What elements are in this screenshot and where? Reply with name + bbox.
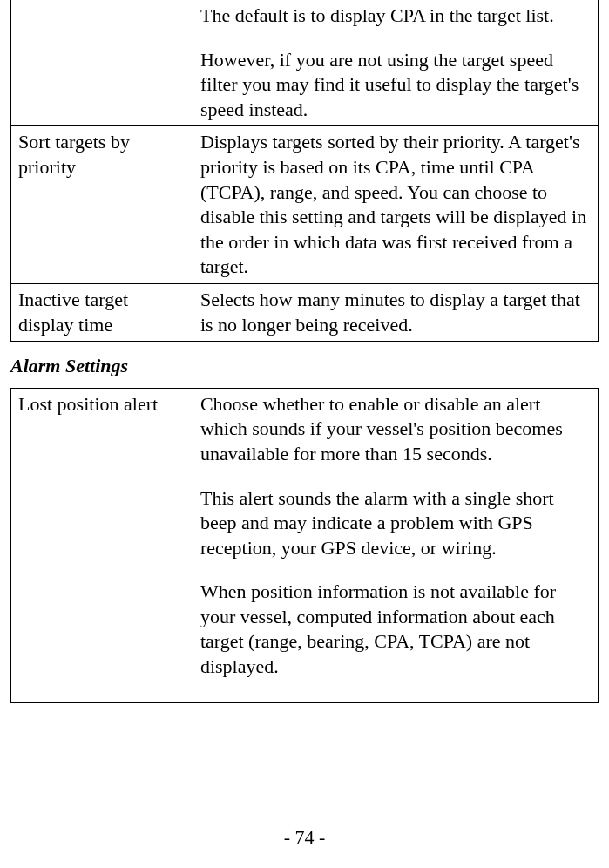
setting-desc-paragraph: Selects how many minutes to display a ta… [200,288,591,337]
section-heading-alarm-settings: Alarm Settings [10,354,599,379]
setting-desc-paragraph: The default is to display CPA in the tar… [200,3,591,29]
setting-desc-paragraph: Choose whether to enable or disable an a… [200,392,591,467]
setting-label-cell: Lost position alert [11,388,193,702]
setting-desc-paragraph: When position information is not availab… [200,580,591,679]
setting-desc-cell: Selects how many minutes to display a ta… [193,283,598,341]
table-row: Inactive target display time Selects how… [11,283,599,341]
table-row: Sort targets by priority Displays target… [11,126,599,284]
setting-label: Lost position alert [18,393,158,415]
settings-table-1: The default is to display CPA in the tar… [10,0,599,342]
setting-label-cell [11,0,193,126]
setting-desc-cell: The default is to display CPA in the tar… [193,0,598,126]
setting-desc-paragraph: However, if you are not using the target… [200,48,591,123]
setting-desc-paragraph: This alert sounds the alarm with a singl… [200,486,591,561]
setting-label: Inactive target display time [18,288,128,336]
setting-label-cell: Sort targets by priority [11,126,193,284]
table-row: The default is to display CPA in the tar… [11,0,599,126]
setting-desc-cell: Displays targets sorted by their priorit… [193,126,598,284]
setting-desc-cell: Choose whether to enable or disable an a… [193,388,598,702]
page-number: - 74 - [0,825,609,851]
settings-table-2: Lost position alert Choose whether to en… [10,388,599,703]
setting-label-cell: Inactive target display time [11,283,193,341]
setting-desc-paragraph: Displays targets sorted by their priorit… [200,130,591,280]
table-row: Lost position alert Choose whether to en… [11,388,599,702]
setting-label: Sort targets by priority [18,131,130,178]
